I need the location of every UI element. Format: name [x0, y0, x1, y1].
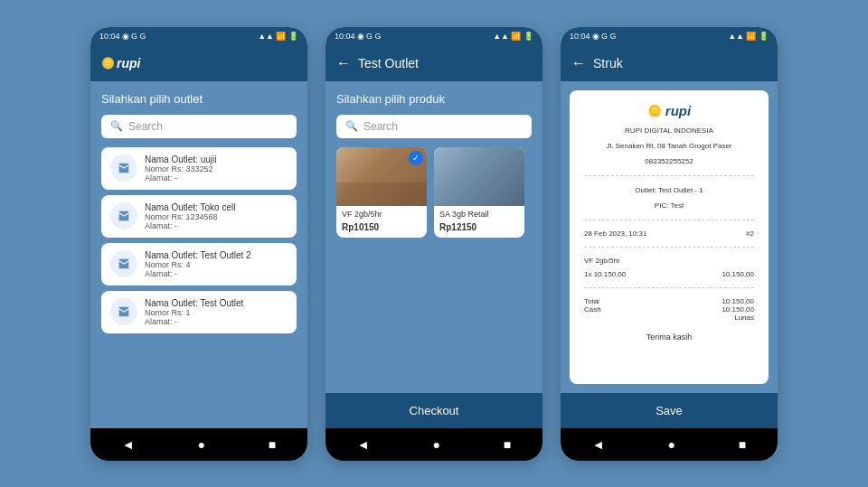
page-title-1: Silahkan pilih outlet: [101, 92, 297, 106]
product-img-1: [434, 147, 524, 206]
outlet-nomor-2: Nomor Rs: 4: [145, 260, 251, 269]
top-bar-title-3: Struk: [593, 56, 623, 70]
outlet-icon-1: [110, 202, 137, 229]
time-2: 10:04: [335, 32, 355, 41]
network-icons-2: ◉ G G: [357, 32, 382, 41]
status-left-3: 10:04 ◉ G G: [570, 32, 617, 41]
receipt-total-value: 10.150,00: [722, 297, 754, 305]
receipt-pic-label: PIC: Test: [655, 201, 684, 211]
outlet-nomor-1: Nomor Rs: 1234568: [145, 212, 235, 221]
home-nav-1[interactable]: ●: [197, 437, 204, 452]
network-icons-3: ◉ G G: [592, 32, 617, 41]
receipt-item-name-row: VF 2gb/5hr: [584, 257, 754, 265]
product-price-1: Rp12150: [434, 220, 524, 238]
receipt-divider-1: [584, 175, 754, 176]
outlet-nomor-0: Nomor Rs: 333252: [145, 164, 216, 173]
outlet-icon-2: [110, 250, 137, 277]
outlet-name-2: Nama Outlet: Test Outlet 2: [145, 250, 251, 260]
back-arrow-3[interactable]: ←: [571, 55, 586, 71]
top-bar-1: 🪙 rupi: [90, 45, 307, 81]
outlet-name-3: Nama Outlet: Test Outlet: [145, 298, 243, 308]
checkout-button[interactable]: Checkout: [326, 393, 542, 428]
save-bar: Save: [561, 393, 778, 428]
content-1: Silahkan pilih outlet 🔍 Search Nama Outl…: [90, 81, 307, 428]
rupi-logo-icon-1: 🪙: [101, 57, 115, 70]
bottom-nav-3: ◄ ● ■: [561, 428, 778, 461]
product-label-0: VF 2gb/5hr: [336, 206, 427, 220]
outlet-icon-0: [110, 155, 137, 182]
outlet-alamat-3: Alamat: -: [145, 317, 243, 326]
save-button[interactable]: Save: [561, 393, 778, 428]
product-selected-checkmark-0: ✓: [409, 151, 423, 165]
receipt-address: Jl. Senaken Rt. 08 Tanah Grogot Paser: [606, 141, 731, 151]
status-bar-1: 10:04 ◉ G G ▲▲ 📶 🔋: [90, 27, 307, 45]
search-box-1[interactable]: 🔍 Search: [101, 115, 297, 138]
outlet-info-1: Nama Outlet: Toko cell Nomor Rs: 1234568…: [145, 202, 235, 230]
status-right-2: ▲▲ 📶 🔋: [493, 32, 533, 41]
receipt-status-row: Lunas: [584, 314, 754, 322]
product-img-bg-1: [434, 147, 524, 206]
outlet-name-1: Nama Outlet: Toko cell: [145, 202, 235, 212]
receipt-logo-icon: 🪙: [647, 104, 662, 117]
product-card-1[interactable]: SA 3gb Retail Rp12150: [434, 147, 524, 238]
home-nav-2[interactable]: ●: [432, 437, 439, 452]
page-title-2: Silahkan pilih produk: [336, 92, 532, 106]
status-bar-2: 10:04 ◉ G G ▲▲ 📶 🔋: [326, 27, 542, 45]
receipt-cash-row: Cash 10.150,00: [584, 305, 754, 314]
product-img-0: ✓: [336, 147, 427, 206]
search-icon-2: 🔍: [345, 120, 358, 132]
top-bar-3: ← Struk: [561, 45, 778, 81]
outlet-item-3[interactable]: Nama Outlet: Test Outlet Nomor Rs: 1 Ala…: [101, 291, 297, 333]
recents-nav-2[interactable]: ■: [504, 437, 511, 452]
back-nav-2[interactable]: ◄: [357, 437, 370, 452]
receipt-logo-row: 🪙 rupi: [647, 103, 691, 118]
receipt-item-detail-row: 1x 10.150,00 10.150,00: [584, 270, 754, 278]
home-nav-3[interactable]: ●: [667, 437, 675, 452]
network-icons-1: ◉ G G: [122, 32, 146, 41]
outlet-icon-3: [110, 298, 137, 325]
receipt-item-price: 10.150,00: [722, 270, 754, 278]
outlet-item-2[interactable]: Nama Outlet: Test Outlet 2 Nomor Rs: 4 A…: [101, 243, 297, 286]
time-3: 10:04: [570, 32, 590, 41]
signal-icons-2: ▲▲ 📶 🔋: [493, 32, 533, 41]
status-left-1: 10:04 ◉ G G: [99, 32, 146, 41]
product-card-0[interactable]: ✓ VF 2gb/5hr Rp10150: [336, 147, 427, 238]
outlet-info-0: Nama Outlet: uujii Nomor Rs: 333252 Alam…: [145, 155, 216, 183]
search-box-2[interactable]: 🔍 Search: [336, 115, 532, 138]
product-price-0: Rp10150: [336, 220, 427, 238]
recents-nav-3[interactable]: ■: [739, 437, 746, 452]
receipt-divider-4: [584, 287, 754, 288]
receipt-item-name: VF 2gb/5hr: [584, 257, 620, 265]
logo-row-1: 🪙 rupi: [101, 56, 140, 70]
outlet-info-2: Nama Outlet: Test Outlet 2 Nomor Rs: 4 A…: [145, 250, 251, 278]
receipt-divider-3: [584, 247, 754, 248]
outlet-item-1[interactable]: Nama Outlet: Toko cell Nomor Rs: 1234568…: [101, 195, 297, 238]
phone-select-outlet: 10:04 ◉ G G ▲▲ 📶 🔋 🪙 rupi Silahkan pilih…: [90, 27, 307, 461]
status-bar-3: 10:04 ◉ G G ▲▲ 📶 🔋: [561, 27, 778, 45]
rupi-logo-text-1: rupi: [117, 56, 140, 70]
receipt-total-label: Total: [584, 297, 599, 305]
time-1: 10:04: [99, 32, 120, 41]
receipt-date-row: 28 Feb 2023, 10:31 #2: [584, 229, 754, 238]
outlet-alamat-2: Alamat: -: [145, 269, 251, 278]
receipt-thankyou: Terima kasih: [646, 332, 693, 342]
search-placeholder-1: Search: [128, 120, 163, 133]
back-nav-1[interactable]: ◄: [122, 437, 135, 452]
receipt-phone: 082352255252: [645, 156, 693, 166]
content-2: Silahkan pilih produk 🔍 Search ✓ VF 2gb/…: [326, 81, 542, 393]
recents-nav-1[interactable]: ■: [269, 437, 276, 452]
outlet-list: Nama Outlet: uujii Nomor Rs: 333252 Alam…: [101, 147, 297, 333]
receipt-paper: 🪙 rupi RUPI DIGITAL INDONESIA Jl. Senake…: [570, 90, 769, 384]
product-grid: ✓ VF 2gb/5hr Rp10150 SA 3gb Retail Rp121…: [336, 147, 532, 238]
checkout-bar: Checkout: [326, 393, 542, 428]
back-nav-3[interactable]: ◄: [592, 437, 605, 452]
receipt-total-section: Total 10.150,00 Cash 10.150,00 Lunas: [584, 297, 754, 322]
bottom-nav-2: ◄ ● ■: [326, 428, 542, 461]
receipt-outlet-label: Outlet: Test Outlet - 1: [635, 185, 703, 195]
search-placeholder-2: Search: [363, 120, 398, 133]
outlet-item-0[interactable]: Nama Outlet: uujii Nomor Rs: 333252 Alam…: [101, 147, 297, 190]
outlet-nomor-3: Nomor Rs: 1: [145, 308, 243, 317]
back-arrow-2[interactable]: ←: [336, 55, 351, 71]
receipt-date: 28 Feb 2023, 10:31: [584, 229, 646, 238]
receipt-divider-2: [584, 220, 754, 220]
